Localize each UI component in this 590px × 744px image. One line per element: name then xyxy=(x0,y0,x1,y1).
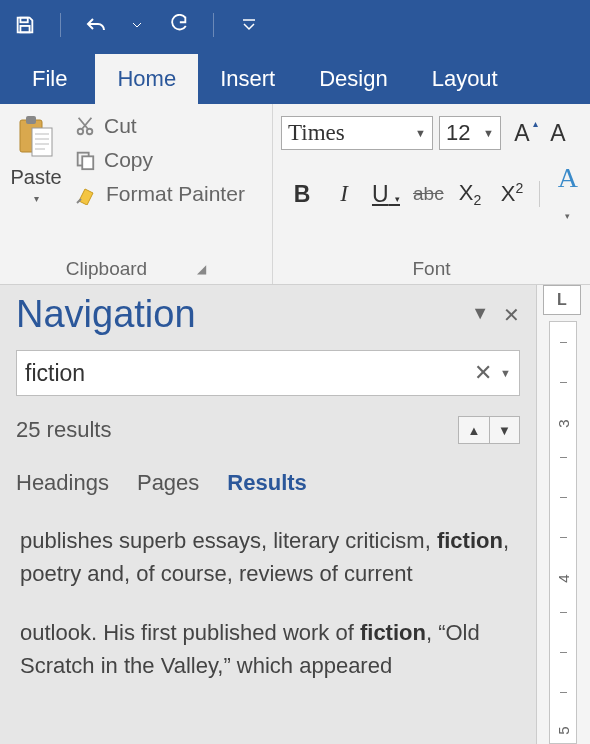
svg-rect-1 xyxy=(20,26,29,32)
svg-point-5 xyxy=(78,129,84,135)
format-painter-button[interactable]: Format Painter xyxy=(70,180,249,208)
tab-home[interactable]: Home xyxy=(95,54,198,104)
paste-dropdown-icon[interactable]: ▾ xyxy=(8,193,64,204)
paste-label: Paste xyxy=(8,166,64,189)
chevron-down-icon: ▼ xyxy=(415,127,426,139)
undo-icon[interactable] xyxy=(81,10,111,40)
separator xyxy=(539,181,540,207)
subscript-button[interactable]: X2 xyxy=(455,180,485,208)
customize-qat-icon[interactable] xyxy=(234,10,264,40)
result-item[interactable]: outlook. His first published work of fic… xyxy=(16,616,520,682)
strikethrough-button[interactable]: abc xyxy=(413,183,443,205)
next-result-button[interactable]: ▼ xyxy=(489,417,519,443)
ribbon-tabs: File Home Insert Design Layout xyxy=(0,50,590,104)
bold-button[interactable]: B xyxy=(287,181,317,208)
nav-tab-results[interactable]: Results xyxy=(227,470,306,500)
copy-label: Copy xyxy=(104,148,153,172)
redo-icon[interactable] xyxy=(163,10,193,40)
svg-rect-4 xyxy=(32,128,52,156)
cut-button[interactable]: Cut xyxy=(70,112,249,140)
tab-insert[interactable]: Insert xyxy=(198,54,297,104)
nav-close-icon[interactable]: ✕ xyxy=(503,303,520,327)
tab-file[interactable]: File xyxy=(10,54,95,104)
prev-result-button[interactable]: ▲ xyxy=(459,417,489,443)
nav-tab-pages[interactable]: Pages xyxy=(137,470,199,500)
search-input[interactable] xyxy=(25,360,474,387)
chevron-down-icon: ▼ xyxy=(483,127,494,139)
underline-button[interactable]: U ▾ xyxy=(371,181,401,208)
nav-dropdown-icon[interactable]: ▼ xyxy=(471,303,489,327)
font-name-combo[interactable]: Times▼ xyxy=(281,116,433,150)
svg-rect-8 xyxy=(82,156,93,169)
ruler-body[interactable]: 3 4 5 xyxy=(549,321,577,744)
navigation-pane: Navigation ▼ ✕ ✕ ▼ 25 results ▲ ▼ Headin… xyxy=(0,285,536,744)
cut-label: Cut xyxy=(104,114,137,138)
save-icon[interactable] xyxy=(10,10,40,40)
search-options-icon[interactable]: ▼ xyxy=(500,367,511,379)
font-size-combo[interactable]: 12▼ xyxy=(439,116,501,150)
shrink-font-button[interactable]: A xyxy=(543,120,573,147)
clipboard-group-title: Clipboard xyxy=(66,258,147,280)
grow-font-button[interactable]: A▴ xyxy=(507,120,537,147)
clipboard-launcher-icon[interactable]: ◢ xyxy=(197,262,206,276)
undo-dropdown-icon[interactable] xyxy=(131,10,143,40)
group-clipboard: Paste ▾ Cut Copy Format Painter Clipboar… xyxy=(0,104,273,284)
copy-button[interactable]: Copy xyxy=(70,146,249,174)
superscript-button[interactable]: X2 xyxy=(497,180,527,207)
navigation-title: Navigation xyxy=(16,293,196,336)
tab-layout[interactable]: Layout xyxy=(410,54,520,104)
svg-rect-3 xyxy=(26,116,36,124)
tab-design[interactable]: Design xyxy=(297,54,409,104)
text-effects-button[interactable]: A ▾ xyxy=(552,162,582,226)
italic-button[interactable]: I xyxy=(329,181,359,207)
result-count: 25 results xyxy=(16,417,111,443)
svg-point-6 xyxy=(87,129,93,135)
separator xyxy=(60,13,61,37)
font-group-title: Font xyxy=(412,258,450,280)
result-item[interactable]: publishes superb essays, literary critic… xyxy=(16,524,520,590)
clear-search-icon[interactable]: ✕ xyxy=(474,360,492,386)
paste-button[interactable]: Paste ▾ xyxy=(8,110,64,238)
group-font: Times▼ 12▼ A▴ A B I U ▾ abc X2 X2 A ▾ Fo… xyxy=(273,104,590,284)
format-painter-label: Format Painter xyxy=(106,182,245,206)
ruler-corner[interactable]: L xyxy=(543,285,581,315)
search-box[interactable]: ✕ ▼ xyxy=(16,350,520,396)
nav-tab-headings[interactable]: Headings xyxy=(16,470,109,500)
results-list: publishes superb essays, literary critic… xyxy=(16,524,520,682)
separator xyxy=(213,13,214,37)
ribbon: Paste ▾ Cut Copy Format Painter Clipboar… xyxy=(0,104,590,285)
quick-access-toolbar xyxy=(0,0,590,50)
vertical-ruler: L 3 4 5 xyxy=(536,285,590,744)
svg-rect-0 xyxy=(20,18,27,23)
